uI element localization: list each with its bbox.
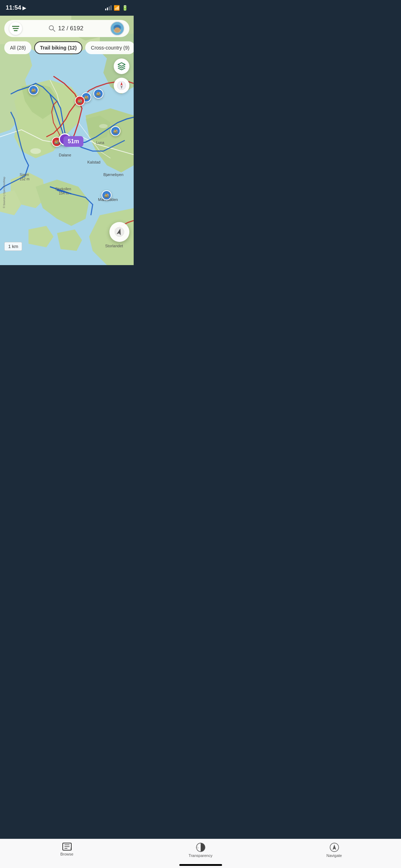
svg-text:Storkollen: Storkollen [55, 187, 71, 191]
bike-icon-3: 🚵 [96, 92, 101, 96]
svg-text:152 m: 152 m [20, 177, 30, 181]
svg-text:Bjørnebyen: Bjørnebyen [103, 172, 123, 177]
battery-icon: 🔋 [122, 5, 128, 11]
svg-text:Kalstad: Kalstad [87, 160, 101, 164]
map-container[interactable]: Dalane Kalstad Sjøen 152 m Storkollen 15… [0, 16, 134, 265]
svg-point-2 [99, 124, 108, 128]
user-avatar[interactable] [110, 21, 124, 36]
distance-label: 51m [63, 136, 83, 147]
svg-text:Luna: Luna [96, 141, 104, 145]
filter-button[interactable] [9, 22, 22, 35]
signal-icon [105, 5, 112, 10]
search-area[interactable]: 12 / 6192 [22, 25, 110, 32]
layers-button[interactable] [114, 58, 129, 74]
marker-bike-6[interactable]: 🚵 [110, 126, 120, 136]
bike-icon-5: 🚵 [54, 140, 59, 144]
navigate-fab[interactable] [109, 222, 129, 242]
search-bar[interactable]: 12 / 6192 [4, 20, 129, 37]
svg-text:Dalane: Dalane [59, 153, 71, 157]
svg-text:Storlandet: Storlandet [105, 244, 123, 248]
wifi-icon: 📶 [114, 5, 120, 11]
location-arrow-icon: ▶ [22, 5, 26, 11]
filter-cross-country[interactable]: Cross-country (9) [85, 41, 134, 54]
svg-point-17 [49, 26, 53, 30]
marker-bike-7[interactable]: 🚵 [102, 190, 112, 200]
svg-text:154 m: 154 m [59, 191, 69, 195]
bike-icon-1: 🚵 [31, 88, 36, 93]
marker-bike-1[interactable]: 🚵 [29, 85, 38, 95]
svg-point-1 [30, 148, 41, 154]
marker-red-1[interactable]: 🚵 [75, 96, 85, 106]
filter-trail-biking[interactable]: Trail biking (12) [34, 41, 82, 54]
bike-icon-4: 🚵 [77, 99, 82, 103]
filter-all[interactable]: All (28) [4, 41, 31, 54]
map-scale: 1 km [4, 242, 22, 251]
bike-icon-6: 🚵 [113, 129, 118, 134]
svg-text:Sjøen: Sjøen [20, 173, 29, 177]
status-icons: 📶 🔋 [105, 5, 128, 11]
svg-line-18 [53, 30, 55, 31]
svg-point-24 [115, 27, 120, 30]
bike-icon-7: 🚵 [104, 193, 109, 198]
result-count: 12 / 6192 [58, 25, 83, 32]
status-time: 11:54 ▶ [6, 4, 26, 11]
compass-button[interactable] [114, 78, 129, 93]
svg-text:© Sources | OpenStreetMap: © Sources | OpenStreetMap [3, 177, 6, 208]
search-icon [49, 25, 55, 32]
filter-tags: All (28) Trail biking (12) Cross-country… [4, 41, 134, 54]
status-bar: 11:54 ▶ 📶 🔋 [0, 0, 134, 16]
marker-bike-3[interactable]: 🚵 [93, 89, 103, 99]
